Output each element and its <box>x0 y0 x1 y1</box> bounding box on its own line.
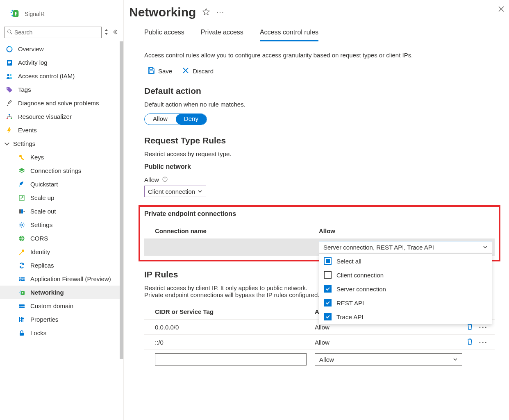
info-icon[interactable] <box>162 176 168 183</box>
more-icon[interactable]: ··· <box>216 9 224 16</box>
visualizer-icon <box>6 114 13 120</box>
svg-rect-29 <box>19 317 20 322</box>
private-endpoint-highlight: Private endpoint connections Connection … <box>139 205 500 261</box>
nav-access-control[interactable]: Access control (IAM) <box>0 69 123 83</box>
pec-allow-dropdown[interactable]: Server connection, REST API, Trace API S… <box>319 241 492 253</box>
toolbar: Save Discard <box>144 67 495 75</box>
dd-option-rest-api[interactable]: REST API <box>319 296 492 310</box>
toggle-deny[interactable]: Deny <box>176 114 207 125</box>
more-icon[interactable]: ··· <box>479 324 488 331</box>
search-icon <box>7 29 13 36</box>
svg-line-4 <box>11 32 12 34</box>
nav-settings-item[interactable]: Settings <box>0 218 123 232</box>
tab-public-access[interactable]: Public access <box>144 29 184 41</box>
search-row <box>0 24 123 41</box>
svg-rect-18 <box>19 209 21 213</box>
svg-rect-34 <box>22 318 24 319</box>
nav-overview[interactable]: Overview <box>0 42 123 56</box>
nav-cors[interactable]: CORS <box>0 232 123 245</box>
nav-resource-visualizer[interactable]: Resource visualizer <box>0 110 123 123</box>
pec-heading: Private endpoint connections <box>144 210 495 218</box>
events-icon <box>6 127 13 134</box>
dd-option-select-all[interactable]: Select all <box>319 254 492 268</box>
keys-icon <box>18 154 25 161</box>
svg-point-20 <box>21 224 23 226</box>
sidebar-scrollbar[interactable] <box>120 41 123 359</box>
content: Public access Private access Access cont… <box>124 23 509 369</box>
search-box[interactable] <box>4 27 102 38</box>
favorite-icon[interactable] <box>202 8 210 17</box>
page-header: Networking ··· <box>124 0 509 23</box>
nav-replicas[interactable]: Replicas <box>0 259 123 272</box>
nav-list: Overview Activity log Access control (IA… <box>0 41 123 341</box>
default-action-toggle[interactable]: Allow Deny <box>144 114 207 125</box>
default-action-heading: Default action <box>144 86 495 96</box>
nav-keys[interactable]: Keys <box>0 150 123 164</box>
svg-rect-15 <box>11 118 12 119</box>
nav-app-firewall[interactable]: Application Firewall (Preview) <box>0 272 123 286</box>
scale-up-icon <box>18 195 25 201</box>
tab-access-control-rules[interactable]: Access control rules <box>260 29 318 41</box>
nav-networking[interactable]: Networking <box>0 286 123 299</box>
dd-option-client-connection[interactable]: Client connection <box>319 268 492 282</box>
discard-button[interactable]: Discard <box>182 67 214 75</box>
checkbox-checked-icon <box>324 313 332 320</box>
nav-scale-up[interactable]: Scale up <box>0 191 123 204</box>
access-control-icon <box>6 73 13 79</box>
svg-rect-2 <box>15 14 16 16</box>
nav-activity-log[interactable]: Activity log <box>0 56 123 69</box>
page-title: Networking <box>129 5 196 19</box>
chevron-down-icon <box>3 141 11 147</box>
nav-properties[interactable]: Properties <box>0 313 123 326</box>
cors-icon <box>18 235 25 242</box>
request-rules-sub: Restrict access by request type. <box>144 150 495 157</box>
svg-rect-40 <box>165 179 165 181</box>
ip-row-new: Allow <box>144 350 495 369</box>
overview-icon <box>6 46 13 52</box>
svg-rect-30 <box>21 317 22 322</box>
nav-quickstart[interactable]: Quickstart <box>0 177 123 191</box>
pec-columns: Connection name Allow <box>144 227 495 238</box>
pec-col-allow: Allow <box>319 227 335 234</box>
default-action-sub: Default action when no rule matches. <box>144 101 495 108</box>
toggle-allow[interactable]: Allow <box>145 114 176 125</box>
nav-tags[interactable]: Tags <box>0 83 123 96</box>
tab-private-access[interactable]: Private access <box>201 29 243 41</box>
ip-action: Allow <box>315 324 466 331</box>
tabs: Public access Private access Access cont… <box>144 29 495 42</box>
svg-rect-9 <box>8 64 10 64</box>
nav-scale-out[interactable]: Scale out <box>0 204 123 218</box>
public-allow-select[interactable]: Client connection <box>144 186 206 197</box>
action-select[interactable]: Allow <box>315 353 462 366</box>
more-icon[interactable]: ··· <box>479 339 488 346</box>
identity-icon <box>18 249 25 255</box>
delete-icon[interactable] <box>466 338 473 346</box>
svg-point-12 <box>7 87 8 88</box>
search-input[interactable] <box>13 29 99 36</box>
tags-icon <box>6 86 13 93</box>
svg-rect-7 <box>8 61 11 62</box>
gear-icon <box>18 222 25 228</box>
diagnose-icon <box>6 100 13 107</box>
nav-diagnose[interactable]: Diagnose and solve problems <box>0 96 123 110</box>
collapse-sidebar-icon[interactable] <box>111 29 119 36</box>
replicas-icon <box>18 262 25 269</box>
nav-settings-group[interactable]: Settings <box>0 137 123 150</box>
sort-icon[interactable] <box>104 29 109 36</box>
close-icon[interactable] <box>498 6 504 14</box>
networking-icon <box>18 289 25 296</box>
checkbox-checked-icon <box>324 299 332 306</box>
nav-connection-strings[interactable]: Connection strings <box>0 164 123 177</box>
nav-identity[interactable]: Identity <box>0 245 123 259</box>
nav-locks[interactable]: Locks <box>0 326 123 340</box>
main: Networking ··· Public access Private acc… <box>124 0 509 420</box>
nav-custom-domain[interactable]: wwwCustom domain <box>0 299 123 313</box>
cidr-input[interactable] <box>155 353 307 366</box>
delete-icon[interactable] <box>466 323 473 331</box>
save-button[interactable]: Save <box>148 67 172 75</box>
dropdown-field[interactable]: Server connection, REST API, Trace API <box>319 241 492 253</box>
dd-option-server-connection[interactable]: Server connection <box>319 282 492 296</box>
dd-option-trace-api[interactable]: Trace API <box>319 310 492 324</box>
nav-events[interactable]: Events <box>0 123 123 137</box>
allow-label: Allow <box>144 176 159 183</box>
